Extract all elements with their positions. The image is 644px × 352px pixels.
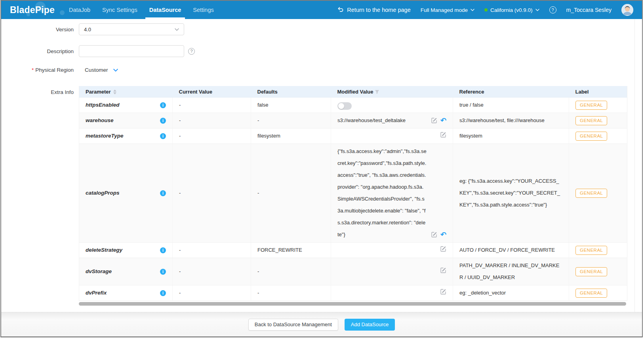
label-badge: GENERAL — [575, 267, 607, 276]
label-badge: GENERAL — [575, 116, 607, 125]
col-header-current-value: Current Value — [173, 86, 251, 98]
return-arrow-icon — [337, 6, 344, 13]
col-header-label: Label — [569, 86, 627, 98]
tab-datasource[interactable]: DataSource — [149, 1, 181, 19]
add-datasource-button[interactable]: Add DataSource — [345, 319, 395, 331]
toggle-switch[interactable] — [337, 102, 352, 110]
chevron-down-icon — [175, 28, 179, 31]
defaults-cell: FORCE_REWRITE — [251, 243, 331, 258]
edit-icon[interactable] — [440, 267, 446, 274]
back-to-management-button[interactable]: Back to DataSource Management — [248, 319, 338, 331]
info-icon[interactable]: i — [160, 247, 166, 253]
undo-icon[interactable]: ↶ — [440, 232, 446, 237]
description-help-icon[interactable]: ? — [188, 48, 195, 55]
table-row: warehousei--s3://warehouse/test_deltalak… — [79, 113, 627, 128]
undo-icon[interactable]: ↶ — [440, 118, 446, 123]
label-badge: GENERAL — [575, 189, 607, 198]
parameters-table: ParameterCurrent ValueDefaultsModified V… — [79, 86, 627, 306]
filter-icon[interactable] — [375, 90, 379, 94]
info-icon[interactable]: i — [160, 133, 166, 139]
parameter-name: catalogProps — [86, 187, 120, 199]
version-label: Version — [1, 27, 74, 33]
parameter-name: metastoreType — [86, 130, 124, 142]
col-header-reference: Reference — [453, 86, 569, 98]
description-input[interactable] — [79, 45, 184, 57]
parameter-name: warehouse — [86, 115, 114, 126]
info-icon[interactable]: i — [160, 269, 166, 275]
edit-icon[interactable] — [431, 231, 437, 238]
current-value-cell: - — [173, 144, 251, 243]
defaults-cell: - — [251, 258, 331, 285]
edit-icon[interactable] — [440, 246, 446, 252]
reference-cell: true / false — [453, 98, 569, 113]
label-badge: GENERAL — [575, 289, 607, 298]
tab-sync-settings[interactable]: Sync Settings — [102, 1, 137, 19]
physical-region-value[interactable]: Customer — [85, 67, 108, 73]
edit-icon[interactable] — [440, 289, 446, 295]
defaults-cell: - — [251, 144, 331, 243]
parameter-name: httpsEnabled — [86, 99, 120, 111]
info-icon[interactable]: i — [160, 290, 166, 296]
parameter-name: deleteStrategy — [86, 244, 122, 256]
avatar[interactable] — [621, 4, 633, 16]
help-icon[interactable]: ? — [549, 6, 556, 13]
reference-cell: s3://warehouse/test, file:///warehouse — [453, 113, 569, 128]
footer-bar: Back to DataSource Management Add DataSo… — [1, 312, 642, 337]
cluster-region-select[interactable]: California (v0.9.0) — [484, 7, 539, 13]
horizontal-scrollbar[interactable] — [79, 302, 626, 306]
info-icon[interactable]: i — [160, 118, 166, 124]
table-row: deleteStrategyi-FORCE_REWRITEAUTO / FORC… — [79, 243, 627, 258]
current-value-cell: - — [173, 285, 251, 301]
col-header-modified-value[interactable]: Modified Value — [331, 86, 453, 98]
edit-icon[interactable] — [440, 132, 446, 138]
return-home-label: Return to the home page — [347, 7, 410, 13]
parameter-name: dvStorage — [86, 266, 112, 277]
chevron-down-icon[interactable] — [113, 69, 118, 72]
brand-logo[interactable]: BladePipe — [10, 5, 55, 15]
info-icon[interactable]: i — [160, 190, 166, 196]
reference-cell: PATH_DV_MARKER / INLINE_DV_MARKER / UUID… — [453, 258, 569, 285]
table-row: dvPrefixi--eg: _deletion_vectorGENERAL — [79, 285, 627, 301]
current-value-cell: - — [173, 243, 251, 258]
reference-cell: filesystem — [453, 128, 569, 144]
cluster-region-label: California (v0.9.0) — [490, 7, 533, 13]
managed-mode-select[interactable]: Full Managed mode — [421, 7, 474, 13]
description-row: Description ? — [1, 45, 642, 57]
edit-icon[interactable] — [431, 117, 437, 124]
scrollbar-gutter — [634, 19, 635, 312]
table-row: metastoreTypei-filesystemfilesystemGENER… — [79, 128, 627, 144]
tab-settings[interactable]: Settings — [193, 1, 213, 19]
version-value: 4.0 — [84, 27, 91, 33]
top-navbar: BladePipe DataJobSync SettingsDataSource… — [1, 1, 642, 19]
extra-info-label: Extra Info — [1, 86, 74, 95]
col-header-parameter[interactable]: Parameter — [79, 86, 173, 98]
status-dot — [484, 8, 488, 11]
defaults-cell: - — [251, 113, 331, 128]
version-select[interactable]: 4.0 — [79, 23, 184, 35]
reference-cell: eg: {"fs.s3a.access.key":"YOUR_ACCESS_KE… — [453, 144, 569, 243]
page-content: Version 4.0 Description ? *Physical Regi… — [1, 19, 642, 312]
parameter-name: dvPrefix — [86, 287, 107, 299]
col-header-defaults: Defaults — [251, 86, 331, 98]
required-asterisk: * — [32, 67, 34, 73]
tab-datajob[interactable]: DataJob — [69, 1, 90, 19]
return-home-link[interactable]: Return to the home page — [337, 6, 410, 13]
modified-value-text: s3://warehouse/test_deltalake — [337, 115, 406, 126]
reference-cell: AUTO / FORCE_DV / FORCE_REWRITE — [453, 243, 569, 258]
label-badge: GENERAL — [575, 132, 607, 141]
sort-icon[interactable] — [113, 90, 116, 94]
app-window: BladePipe DataJobSync SettingsDataSource… — [0, 0, 643, 337]
table-header-row: ParameterCurrent ValueDefaultsModified V… — [79, 86, 627, 98]
label-badge: GENERAL — [575, 101, 607, 110]
version-row: Version 4.0 — [1, 23, 642, 35]
chevron-down-icon — [471, 9, 474, 11]
current-value-cell: - — [173, 258, 251, 285]
current-value-cell: - — [173, 98, 251, 113]
physical-region-row: *Physical Region Customer — [1, 67, 642, 73]
current-value-cell: - — [173, 113, 251, 128]
physical-region-label: *Physical Region — [1, 67, 74, 73]
label-badge: GENERAL — [575, 246, 607, 255]
info-icon[interactable]: i — [160, 102, 166, 108]
username-label[interactable]: m_Toccara Sesley — [566, 7, 612, 13]
description-label: Description — [1, 48, 74, 54]
